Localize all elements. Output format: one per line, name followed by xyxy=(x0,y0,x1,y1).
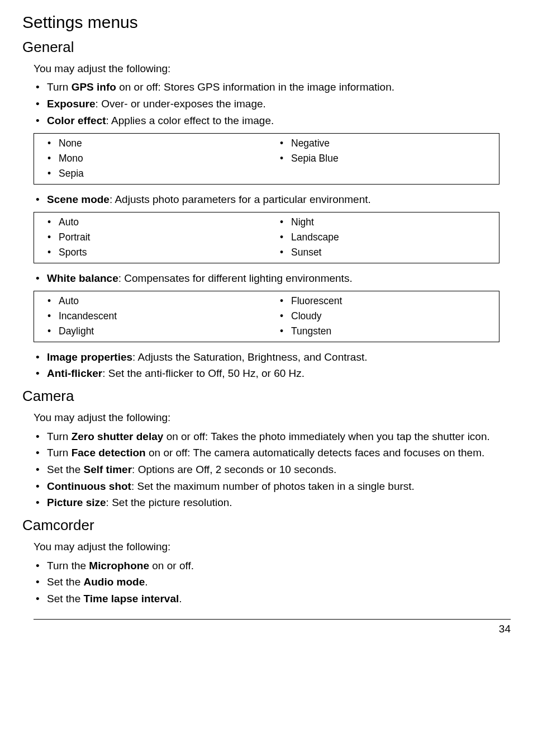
general-heading: General xyxy=(22,37,511,57)
time-lapse-item: Set the Time lapse interval. xyxy=(34,592,511,606)
camera-list: Turn Zero shutter delay on or off: Takes… xyxy=(34,429,511,510)
option-item: Portrait xyxy=(34,230,266,245)
scene-mode-item: Scene mode: Adjusts photo parameters for… xyxy=(34,192,511,207)
option-item: Sepia xyxy=(34,166,266,181)
white-balance-options-box: Auto Incandescent Daylight Fluorescent C… xyxy=(34,291,499,342)
option-item: Tungsten xyxy=(266,324,499,339)
continuous-shot-item: Continuous shot: Set the maximum number … xyxy=(34,479,511,494)
option-item: None xyxy=(34,136,266,151)
color-effect-item: Color effect: Applies a color effect to … xyxy=(34,114,511,128)
scene-mode-options-box: Auto Portrait Sports Night Landscape Sun… xyxy=(34,212,499,263)
microphone-item: Turn the Microphone on or off. xyxy=(34,559,511,573)
option-item: Sunset xyxy=(266,245,499,260)
general-list-2: Scene mode: Adjusts photo parameters for… xyxy=(34,192,511,207)
general-list-3: White balance: Compensates for different… xyxy=(34,271,511,286)
face-detection-item: Turn Face detection on or off: The camer… xyxy=(34,446,511,460)
image-properties-item: Image properties: Adjusts the Saturation… xyxy=(34,350,511,365)
camera-heading: Camera xyxy=(22,386,511,406)
camcorder-list: Turn the Microphone on or off. Set the A… xyxy=(34,559,511,606)
option-item: Night xyxy=(266,215,499,230)
picture-size-item: Picture size: Set the picture resolution… xyxy=(34,495,511,510)
option-item: Mono xyxy=(34,151,266,166)
self-timer-item: Set the Self timer: Options are Off, 2 s… xyxy=(34,462,511,477)
option-item: Auto xyxy=(34,294,266,309)
option-item: Sepia Blue xyxy=(266,151,499,166)
general-list-4: Image properties: Adjusts the Saturation… xyxy=(34,350,511,381)
page-number: 34 xyxy=(499,623,511,635)
camera-intro: You may adjust the following: xyxy=(34,410,511,425)
camcorder-heading: Camcorder xyxy=(22,516,511,535)
settings-menus-heading: Settings menus xyxy=(22,11,511,34)
audio-mode-item: Set the Audio mode. xyxy=(34,575,511,589)
general-list-1: Turn GPS info on or off: Stores GPS info… xyxy=(34,80,511,127)
option-item: Sports xyxy=(34,245,266,260)
exposure-item: Exposure: Over- or under-exposes the ima… xyxy=(34,97,511,111)
option-item: Negative xyxy=(266,136,499,151)
option-item: Landscape xyxy=(266,230,499,245)
option-item: Auto xyxy=(34,215,266,230)
option-item: Cloudy xyxy=(266,309,499,324)
page-footer: 34 xyxy=(34,619,511,636)
option-item: Daylight xyxy=(34,324,266,339)
anti-flicker-item: Anti-flicker: Set the anti-flicker to Of… xyxy=(34,366,511,381)
general-intro: You may adjust the following: xyxy=(34,62,511,76)
zero-shutter-item: Turn Zero shutter delay on or off: Takes… xyxy=(34,429,511,444)
color-effect-options-box: None Mono Sepia Negative Sepia Blue xyxy=(34,133,499,184)
camcorder-intro: You may adjust the following: xyxy=(34,540,511,554)
option-item: Fluorescent xyxy=(266,294,499,309)
option-item: Incandescent xyxy=(34,309,266,324)
white-balance-item: White balance: Compensates for different… xyxy=(34,271,511,286)
gps-info-item: Turn GPS info on or off: Stores GPS info… xyxy=(34,80,511,94)
